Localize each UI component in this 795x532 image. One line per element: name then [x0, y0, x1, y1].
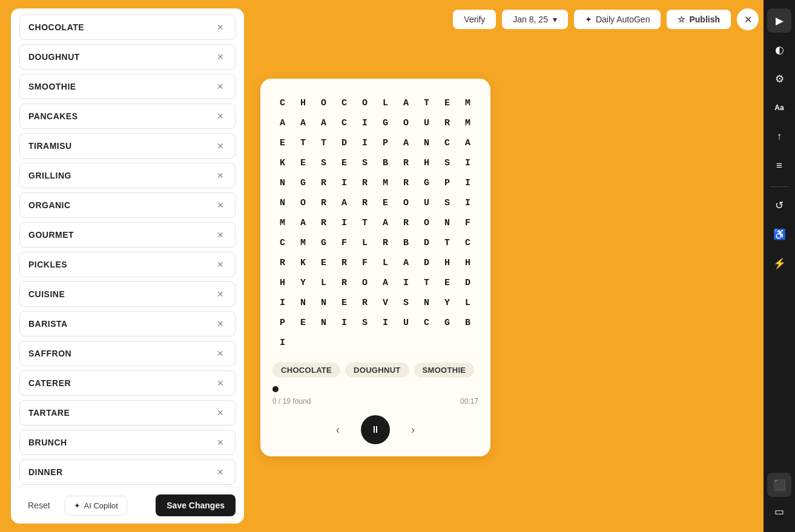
word-item-saffron: SAFFRON ✕	[19, 341, 236, 366]
pause-button[interactable]: ⏸	[361, 415, 390, 444]
next-button[interactable]: ›	[402, 419, 424, 441]
verify-button[interactable]: Verify	[453, 10, 496, 29]
grid-cell: M	[458, 93, 478, 113]
word-label: PANCAKES	[28, 111, 78, 121]
grid-cell: A	[272, 113, 292, 133]
play-icon[interactable]: ▶	[767, 8, 791, 33]
plugin-icon[interactable]: ⚡	[767, 251, 791, 275]
grid-cell: T	[417, 93, 437, 113]
grid-cell: G	[375, 113, 395, 133]
grid-cell: N	[314, 313, 334, 333]
remove-tartare-button[interactable]: ✕	[214, 407, 226, 419]
remove-barista-button[interactable]: ✕	[214, 318, 226, 330]
palette-icon[interactable]: ◐	[767, 38, 791, 62]
grid-cell: C	[334, 113, 354, 133]
grid-cell: I	[375, 313, 395, 333]
remove-grilling-button[interactable]: ✕	[214, 169, 226, 182]
word-item-doughnut: DOUGHNUT ✕	[19, 44, 236, 70]
grid-cell: R	[314, 193, 334, 213]
grid-cell: T	[437, 233, 457, 253]
grid-cell: R	[437, 113, 457, 133]
top-nav: Verify Jan 8, 25 ▾ ✦ Daily AutoGen ☆ Pub…	[254, 8, 759, 30]
autogen-button[interactable]: ✦ Daily AutoGen	[574, 10, 661, 29]
grid-cell: A	[334, 193, 354, 213]
remove-chocolate-button[interactable]: ✕	[214, 21, 226, 33]
grid-cell: M	[272, 213, 292, 233]
mobile-icon[interactable]: ▭	[767, 499, 791, 524]
grid-cell: R	[396, 153, 416, 173]
share-icon[interactable]: ↑	[767, 125, 791, 149]
grid-cell: E	[334, 153, 354, 173]
remove-cuisine-button[interactable]: ✕	[214, 288, 226, 300]
remove-caterer-button[interactable]: ✕	[214, 377, 226, 389]
grid-cell: R	[334, 253, 354, 273]
date-button[interactable]: Jan 8, 25 ▾	[502, 10, 568, 29]
word-tags: CHOCOLATEDOUGHNUTSMOOTHIE	[272, 363, 478, 378]
progress-dot	[272, 386, 279, 392]
remove-tiramisu-button[interactable]: ✕	[214, 140, 226, 152]
grid-cell: L	[355, 233, 375, 253]
remove-gourmet-button[interactable]: ✕	[214, 229, 226, 241]
word-item-organic: ORGANIC ✕	[19, 192, 236, 218]
grid-cell: P	[272, 313, 292, 333]
grid-cell: E	[293, 153, 313, 173]
puzzle-controls: ‹ ⏸ ›	[272, 415, 478, 444]
grid-cell: D	[458, 273, 478, 293]
remove-pickles-button[interactable]: ✕	[214, 258, 226, 271]
grid-cell: L	[375, 93, 395, 113]
word-item-tiramisu: TIRAMISU ✕	[19, 133, 236, 159]
star-icon: ☆	[678, 15, 685, 24]
prev-button[interactable]: ‹	[327, 419, 349, 441]
right-sidebar: ▶ ◐ ⚙ Aa ↑ ≡ ↺ ♿ ⚡ ⬛ ▭	[764, 0, 795, 532]
grid-cell: A	[375, 273, 395, 293]
grid-cell: R	[355, 173, 375, 193]
book-icon[interactable]: ≡	[767, 154, 791, 178]
grid-cell: P	[375, 133, 395, 153]
settings-icon[interactable]: ⚙	[767, 67, 791, 91]
remove-doughnut-button[interactable]: ✕	[214, 51, 226, 63]
remove-dinner-button[interactable]: ✕	[214, 466, 226, 478]
grid-cell: R	[355, 293, 375, 313]
grid-cell: S	[437, 153, 457, 173]
grid-cell: L	[458, 293, 478, 313]
word-label: CATERER	[28, 378, 71, 388]
history-icon[interactable]: ↺	[767, 193, 791, 217]
word-item-dinner: DINNER ✕	[19, 459, 236, 485]
grid-cell: N	[272, 193, 292, 213]
accessibility-icon[interactable]: ♿	[767, 222, 791, 246]
grid-cell: E	[293, 313, 313, 333]
close-button[interactable]: ✕	[737, 8, 759, 30]
save-changes-button[interactable]: Save Changes	[156, 494, 236, 516]
translate-icon[interactable]: Aa	[767, 96, 791, 120]
grid-cell: A	[293, 213, 313, 233]
reset-button[interactable]: Reset	[19, 496, 59, 515]
grid-cell: I	[458, 173, 478, 193]
grid-cell: H	[417, 153, 437, 173]
remove-pancakes-button[interactable]: ✕	[214, 110, 226, 122]
grid-cell: F	[458, 213, 478, 233]
remove-brunch-button[interactable]: ✕	[214, 436, 226, 448]
ai-copilot-button[interactable]: ✦ AI Copilot	[65, 496, 127, 516]
grid-cell: R	[314, 173, 334, 193]
word-label: GOURMET	[28, 230, 74, 240]
grid-cell: I	[334, 313, 354, 333]
desktop-icon[interactable]: ⬛	[767, 473, 791, 497]
word-tag-chocolate: CHOCOLATE	[272, 363, 340, 378]
grid-cell: O	[396, 113, 416, 133]
grid-cell: O	[355, 273, 375, 293]
sidebar-divider	[770, 186, 788, 187]
bottom-bar: Reset ✦ AI Copilot Save Changes	[11, 487, 244, 524]
word-label: GRILLING	[28, 171, 71, 180]
publish-button[interactable]: ☆ Publish	[667, 10, 731, 29]
grid-cell: R	[355, 193, 375, 213]
grid-cell: A	[314, 113, 334, 133]
remove-organic-button[interactable]: ✕	[214, 199, 226, 211]
grid-cell: I	[272, 293, 292, 313]
remove-smoothie-button[interactable]: ✕	[214, 80, 226, 93]
word-label: BRUNCH	[28, 438, 67, 447]
word-item-brunch: BRUNCH ✕	[19, 430, 236, 455]
remove-saffron-button[interactable]: ✕	[214, 347, 226, 360]
grid-cell: I	[396, 273, 416, 293]
grid-cell: S	[355, 153, 375, 173]
grid-cell: L	[375, 253, 395, 273]
